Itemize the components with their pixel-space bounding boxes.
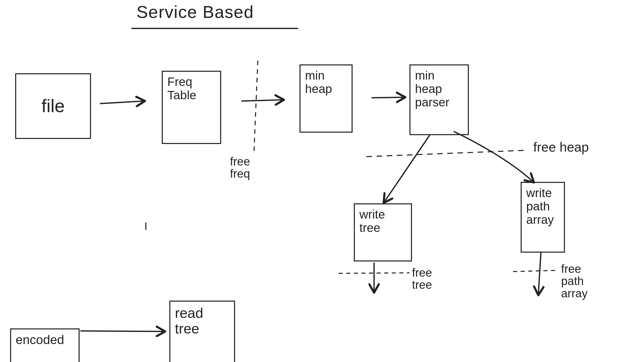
box-min-heap-parser: min heap parser <box>409 64 469 135</box>
box-file: file <box>15 73 91 139</box>
svg-line-2 <box>372 97 404 98</box>
connectors <box>0 0 644 362</box>
box-write-tree: write tree <box>354 203 412 261</box>
label-free-path-array: free path array <box>561 263 588 299</box>
svg-line-6 <box>80 331 164 331</box>
title-underline <box>131 28 298 29</box>
stray-mark <box>145 222 146 230</box>
svg-line-1 <box>241 100 283 101</box>
svg-line-9 <box>339 273 409 273</box>
box-min-heap: min heap <box>300 64 353 133</box>
svg-line-5 <box>538 253 541 294</box>
svg-line-8 <box>366 150 526 157</box>
box-freq-table: Freq Table <box>162 71 221 144</box>
box-read-tree: read tree <box>169 301 235 362</box>
label-free-heap: free heap <box>533 140 589 154</box>
svg-line-0 <box>100 101 144 104</box>
box-encoded: encoded <box>10 328 80 362</box>
svg-line-10 <box>513 270 559 272</box>
box-write-path-array: write path array <box>521 182 565 253</box>
label-free-freq: free freq <box>230 155 250 180</box>
svg-line-3 <box>384 135 430 202</box>
diagram-title: Service Based <box>136 2 254 22</box>
label-free-tree: free tree <box>412 267 432 291</box>
svg-line-7 <box>254 61 258 152</box>
